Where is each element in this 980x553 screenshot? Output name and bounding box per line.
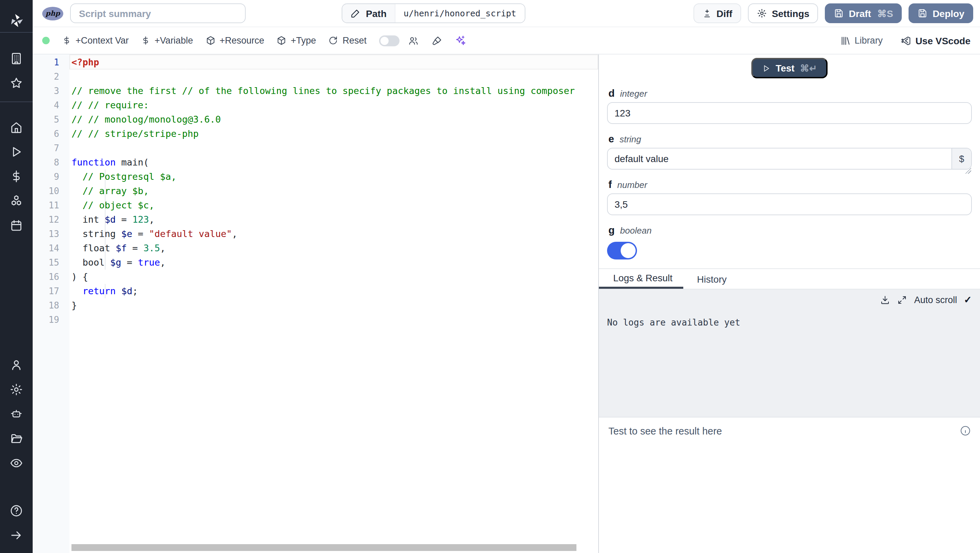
eye-icon[interactable] [0, 451, 33, 475]
add-variable-button[interactable]: +Variable [141, 35, 193, 46]
add-context-var-button[interactable]: +Context Var [62, 35, 129, 46]
assistant-toggle[interactable] [379, 35, 399, 46]
editor-toolbar: +Context Var +Variable +Resource +Type R… [33, 27, 980, 54]
path-label: Path [366, 8, 387, 19]
bot-icon[interactable] [0, 402, 33, 426]
star-icon[interactable] [0, 71, 33, 96]
play-icon[interactable] [0, 140, 33, 164]
line-number: 9 [33, 170, 69, 184]
code-lines[interactable]: <?php// remove the first // of the follo… [69, 54, 598, 553]
package-icon [277, 35, 287, 46]
panel-tabs: Logs & Result History [599, 269, 980, 289]
settings-button[interactable]: Settings [748, 3, 818, 23]
diff-button[interactable]: Diff [693, 3, 741, 23]
tab-logs-result[interactable]: Logs & Result [599, 269, 683, 289]
no-logs-message: No logs are available yet [607, 317, 740, 328]
building-icon[interactable] [0, 46, 33, 71]
arrow-right-icon[interactable] [0, 523, 33, 548]
autoscroll-label[interactable]: Auto scroll [914, 295, 957, 305]
reset-button[interactable]: Reset [328, 35, 367, 46]
add-type-button[interactable]: +Type [277, 35, 316, 46]
code-line[interactable] [72, 70, 598, 84]
save-icon [918, 8, 928, 18]
folder-icon[interactable] [0, 426, 33, 451]
diff-icon [702, 8, 711, 18]
test-button[interactable]: Test ⌘↵ [751, 58, 827, 78]
resize-grip[interactable] [965, 167, 971, 174]
script-summary-input[interactable] [70, 3, 246, 23]
code-line[interactable]: // array $b, [72, 184, 598, 198]
status-dot [42, 37, 50, 44]
code-line[interactable]: return $d; [72, 284, 598, 298]
add-resource-button[interactable]: +Resource [205, 35, 264, 46]
line-number: 10 [33, 184, 69, 198]
line-number: 12 [33, 212, 69, 227]
path-value: u/henri/honored_script [395, 4, 524, 22]
insert-variable-button[interactable]: $ [951, 148, 971, 169]
use-vscode-button[interactable]: Use VScode [900, 35, 970, 46]
boolean-toggle-g[interactable] [607, 242, 637, 260]
code-line[interactable]: // // stripe/stripe-php [72, 127, 598, 141]
play-icon [762, 64, 770, 73]
library-button[interactable]: Library [840, 35, 883, 46]
deploy-button[interactable]: Deploy [909, 3, 973, 23]
field-label-f: f number [608, 178, 972, 190]
code-line[interactable]: // remove the first // of the following … [72, 84, 598, 98]
draft-shortcut: ⌘S [877, 8, 893, 19]
refresh-icon [328, 35, 339, 46]
download-logs-icon[interactable] [880, 295, 890, 305]
code-line[interactable]: string $e = "default value", [72, 227, 598, 241]
arguments-form: Test ⌘↵ d integer e string [599, 54, 980, 269]
calendar-icon[interactable] [0, 213, 33, 238]
code-line[interactable]: ) { [72, 270, 598, 284]
result-placeholder: Test to see the result here [608, 425, 722, 436]
code-line[interactable]: int $d = 123, [72, 212, 598, 227]
code-line[interactable]: function main( [72, 155, 598, 170]
line-number: 13 [33, 227, 69, 241]
run-panel: Test ⌘↵ d integer e string [599, 54, 980, 553]
draft-button[interactable]: Draft ⌘S [825, 3, 902, 23]
user-icon[interactable] [0, 353, 33, 377]
field-input-f[interactable] [607, 193, 972, 215]
code-line[interactable]: float $f = 3.5, [72, 241, 598, 255]
line-number: 2 [33, 70, 69, 84]
users-icon[interactable] [407, 35, 419, 46]
line-number: 6 [33, 127, 69, 141]
line-number: 5 [33, 112, 69, 127]
code-line[interactable]: // object $c, [72, 198, 598, 212]
field-label-e: e string [608, 133, 972, 144]
field-input-d[interactable] [607, 102, 972, 124]
script-path[interactable]: Path u/henri/honored_script [341, 3, 525, 23]
code-line[interactable]: bool $g = true, [72, 255, 598, 270]
code-line[interactable]: <?php [72, 55, 598, 70]
pencil-icon [350, 8, 360, 18]
code-line[interactable]: // // require: [72, 98, 598, 112]
code-line[interactable] [72, 141, 598, 155]
gear-icon[interactable] [0, 377, 33, 402]
windmill-logo-icon[interactable] [8, 9, 24, 32]
tab-history[interactable]: History [687, 269, 736, 289]
horizontal-scrollbar[interactable] [72, 544, 576, 551]
library-icon [840, 35, 851, 46]
test-shortcut: ⌘↵ [800, 63, 817, 73]
ai-sparkles-icon[interactable] [454, 35, 466, 46]
expand-logs-icon[interactable] [897, 295, 907, 305]
code-line[interactable]: } [72, 298, 598, 312]
line-number: 1 [33, 55, 69, 70]
info-icon[interactable] [959, 425, 971, 437]
sidebar-divider [0, 32, 33, 33]
field-input-e[interactable] [607, 148, 972, 170]
help-circle-icon[interactable] [0, 499, 33, 523]
code-line[interactable]: // // monolog/monolog@3.6.0 [72, 112, 598, 127]
code-line[interactable] [72, 312, 598, 327]
code-line[interactable]: // Postgresql $a, [72, 170, 598, 184]
dollar-icon[interactable] [0, 164, 33, 189]
logs-area: Auto scroll ✓ No logs are available yet [599, 289, 980, 418]
field-label-g: g boolean [608, 224, 972, 236]
top-bar: php Path u/henri/honored_script Diff [33, 0, 980, 27]
format-brush-icon[interactable] [431, 35, 442, 46]
code-editor[interactable]: 12345678910111213141516171819 <?php// re… [33, 54, 599, 553]
dollar-icon [141, 35, 150, 46]
home-icon[interactable] [0, 115, 33, 140]
boxes-icon[interactable] [0, 189, 33, 213]
